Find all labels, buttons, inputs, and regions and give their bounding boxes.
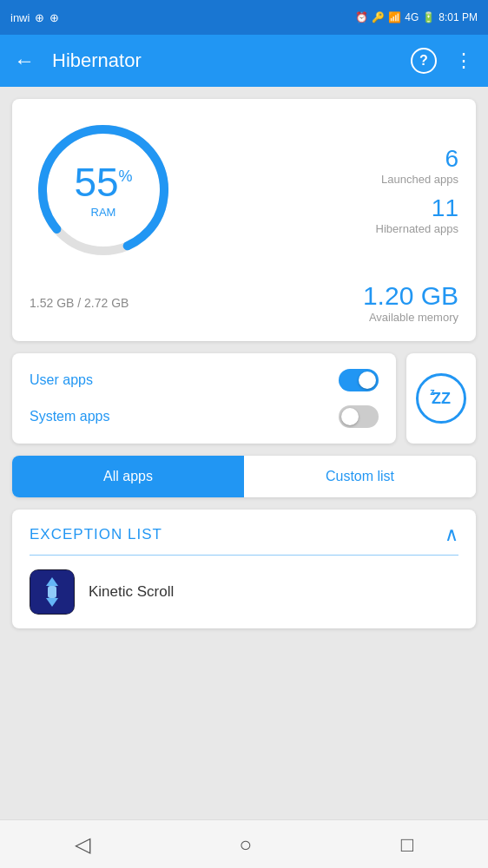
system-apps-toggle[interactable] (339, 405, 379, 428)
time-label: 8:01 PM (439, 11, 478, 23)
stats-card: 55% RAM 6 Launched apps 11 Hibernated ap… (12, 99, 476, 341)
toggle-card: User apps System apps (12, 353, 396, 444)
exception-divider (30, 555, 458, 556)
system-apps-label: System apps (30, 409, 109, 424)
sleep-icon: ZZ z (416, 373, 466, 424)
circle-center: 55% RAM (74, 162, 132, 219)
system-apps-toggle-row: System apps (30, 405, 379, 428)
exception-card: Exception List ∧ Kinet (12, 510, 476, 628)
exception-header: Exception List ∧ (12, 510, 476, 555)
alarm-icon: ⏰ (355, 11, 368, 23)
back-nav-icon[interactable]: ◁ (75, 832, 90, 857)
app-icon-kinetic-scroll (30, 569, 75, 615)
key-icon: 🔑 (372, 11, 385, 23)
bottom-nav: ◁ ○ □ (0, 819, 488, 868)
toggle-sleep-row: User apps System apps ZZ z (12, 353, 476, 444)
svg-text:z: z (430, 386, 435, 397)
launched-apps-label: Launched apps (381, 173, 458, 186)
help-button[interactable]: ? (411, 48, 437, 74)
list-item: Kinetic Scroll (12, 556, 476, 628)
status-bar: inwi ⊕ ⊕ ⏰ 🔑 📶 4G 🔋 8:01 PM (0, 0, 488, 35)
user-apps-toggle-row: User apps (30, 369, 379, 391)
top-bar: ← Hibernator ? ⋮ (0, 35, 488, 87)
app-name-kinetic-scroll: Kinetic Scroll (89, 583, 174, 601)
hibernated-apps-stat: 11 Hibernated apps (376, 194, 458, 235)
user-apps-label: User apps (30, 372, 93, 388)
svg-rect-6 (48, 586, 56, 598)
status-left: inwi ⊕ ⊕ (10, 11, 59, 24)
hibernated-apps-number: 11 (376, 194, 458, 222)
stats-top: 55% RAM 6 Launched apps 11 Hibernated ap… (30, 116, 458, 264)
available-memory-label: Available memory (363, 311, 458, 324)
recent-nav-icon[interactable]: □ (401, 832, 414, 857)
page-title: Hibernator (52, 49, 411, 72)
more-options-button[interactable]: ⋮ (454, 49, 474, 72)
tabs-container: All apps Custom list (12, 456, 476, 497)
status-right: ⏰ 🔑 📶 4G 🔋 8:01 PM (355, 11, 478, 23)
user-apps-toggle[interactable] (339, 369, 379, 391)
launched-apps-number: 6 (381, 145, 458, 173)
stats-bottom: 1.52 GB / 2.72 GB 1.20 GB Available memo… (30, 274, 458, 324)
back-button[interactable]: ← (14, 49, 35, 73)
stats-right: 6 Launched apps 11 Hibernated apps (177, 145, 458, 235)
carrier-label: inwi (10, 11, 30, 24)
hibernated-apps-label: Hibernated apps (376, 222, 458, 235)
main-content: 55% RAM 6 Launched apps 11 Hibernated ap… (0, 87, 488, 641)
exception-list-title: Exception List (30, 526, 162, 543)
usb-icon-2: ⊕ (49, 11, 59, 24)
network-icon: 4G (405, 11, 419, 23)
tab-all-apps[interactable]: All apps (12, 456, 244, 497)
ram-circle: 55% RAM (30, 116, 177, 264)
chevron-up-icon[interactable]: ∧ (445, 523, 458, 546)
home-nav-icon[interactable]: ○ (239, 832, 252, 857)
usb-icon: ⊕ (35, 11, 44, 24)
wifi-icon: 📶 (388, 11, 401, 23)
ram-percent: 55% (74, 162, 132, 202)
sleep-button[interactable]: ZZ z (406, 353, 476, 444)
available-memory-number: 1.20 GB (363, 281, 458, 311)
ram-label: RAM (74, 206, 132, 219)
launched-apps-stat: 6 Launched apps (381, 145, 458, 186)
ram-usage: 1.52 GB / 2.72 GB (30, 296, 129, 310)
top-bar-icons: ? ⋮ (411, 48, 474, 74)
available-memory-stat: 1.20 GB Available memory (363, 281, 458, 324)
battery-icon: 🔋 (422, 11, 435, 23)
tab-custom-list[interactable]: Custom list (244, 456, 476, 497)
